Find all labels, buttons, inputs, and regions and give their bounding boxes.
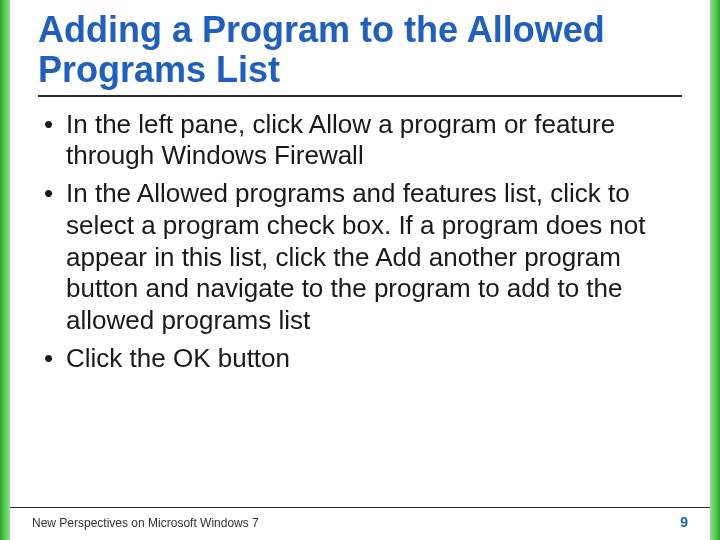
slide-body: In the left pane, click Allow a program … — [38, 109, 682, 540]
slide-edge-left — [0, 0, 10, 540]
slide-content: Adding a Program to the Allowed Programs… — [10, 0, 710, 540]
slide-footer: New Perspectives on Microsoft Windows 7 … — [10, 507, 710, 530]
page-number: 9 — [680, 514, 688, 530]
bullet-item: In the left pane, click Allow a program … — [38, 109, 682, 172]
bullet-item: In the Allowed programs and features lis… — [38, 178, 682, 337]
slide-title: Adding a Program to the Allowed Programs… — [38, 10, 682, 97]
slide-edge-right — [710, 0, 720, 540]
footer-text: New Perspectives on Microsoft Windows 7 — [32, 516, 259, 530]
bullet-list: In the left pane, click Allow a program … — [38, 109, 682, 375]
bullet-item: Click the OK button — [38, 343, 682, 375]
